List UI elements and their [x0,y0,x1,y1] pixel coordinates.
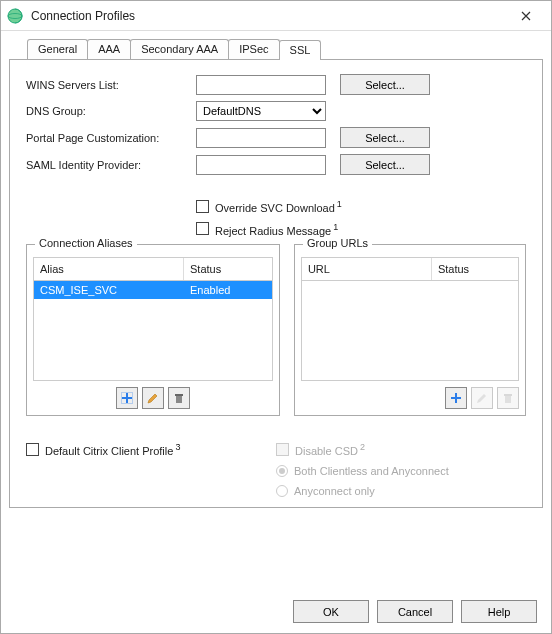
aliases-delete-button[interactable] [168,387,190,409]
plus-icon [450,392,462,404]
tab-ipsec[interactable]: IPSec [228,39,279,59]
close-icon [521,11,531,21]
aliases-col-alias[interactable]: Alias [34,258,184,280]
svg-rect-10 [504,394,512,396]
override-svc-label: Override SVC Download1 [215,199,342,214]
disable-csd-label: Disable CSD2 [295,442,365,457]
aliases-col-status[interactable]: Status [184,258,272,280]
tab-bar: General AAA Secondary AAA IPSec SSL [27,39,543,59]
urls-toolbar [301,387,519,409]
aliases-toolbar [33,387,273,409]
svg-rect-5 [176,396,182,403]
svg-rect-8 [451,397,461,399]
pencil-icon [476,392,488,404]
aliases-table-body[interactable]: CSM_ISE_SVC Enabled [33,281,273,381]
urls-delete-button[interactable] [497,387,519,409]
radio-anyconnect [276,485,288,497]
ssl-tab-content: WINS Servers List: Select... DNS Group: … [9,59,543,508]
table-row[interactable]: CSM_ISE_SVC Enabled [34,281,272,299]
svg-rect-9 [505,396,511,403]
window-title: Connection Profiles [31,9,509,23]
plus-icon [121,392,133,404]
urls-col-url[interactable]: URL [302,258,432,280]
group-urls-panel: Group URLs URL Status [294,244,526,416]
urls-add-button[interactable] [445,387,467,409]
svg-rect-6 [175,394,183,396]
reject-radius-label: Reject Radius Message1 [215,222,338,237]
svg-rect-3 [122,397,132,399]
cancel-button[interactable]: Cancel [377,600,453,623]
pencil-icon [147,392,159,404]
citrix-label: Default Citrix Client Profile3 [45,442,180,457]
radio-both [276,465,288,477]
wins-input[interactable] [196,75,326,95]
trash-icon [173,392,185,404]
titlebar: Connection Profiles [1,1,551,31]
ok-button[interactable]: OK [293,600,369,623]
saml-label: SAML Identity Provider: [26,159,196,171]
urls-table-body[interactable] [301,281,519,381]
help-button[interactable]: Help [461,600,537,623]
urls-table-header: URL Status [301,257,519,281]
dns-select[interactable]: DefaultDNS [196,101,326,121]
aliases-table-header: Alias Status [33,257,273,281]
connection-aliases-title: Connection Aliases [35,237,137,249]
trash-icon [502,392,514,404]
tab-ssl[interactable]: SSL [279,40,322,60]
saml-select-button[interactable]: Select... [340,154,430,175]
connection-aliases-panel: Connection Aliases Alias Status CSM_ISE_… [26,244,280,416]
connection-profiles-dialog: Connection Profiles General AAA Secondar… [0,0,552,634]
aliases-edit-button[interactable] [142,387,164,409]
portal-select-button[interactable]: Select... [340,127,430,148]
aliases-add-button[interactable] [116,387,138,409]
dns-label: DNS Group: [26,105,196,117]
radio-anyconnect-label: Anyconnect only [294,485,375,497]
wins-select-button[interactable]: Select... [340,74,430,95]
override-svc-checkbox[interactable] [196,200,209,213]
close-button[interactable] [509,4,543,28]
tab-general[interactable]: General [27,39,88,59]
portal-input[interactable] [196,128,326,148]
disable-csd-checkbox [276,443,289,456]
citrix-checkbox[interactable] [26,443,39,456]
radio-both-label: Both Clientless and Anyconnect [294,465,449,477]
portal-label: Portal Page Customization: [26,132,196,144]
urls-col-status[interactable]: Status [432,258,518,280]
saml-input[interactable] [196,155,326,175]
tab-aaa[interactable]: AAA [87,39,131,59]
wins-label: WINS Servers List: [26,79,196,91]
tab-secondary-aaa[interactable]: Secondary AAA [130,39,229,59]
reject-radius-checkbox[interactable] [196,222,209,235]
group-urls-title: Group URLs [303,237,372,249]
dialog-button-bar: OK Cancel Help [293,600,537,623]
app-icon [7,8,23,24]
urls-edit-button[interactable] [471,387,493,409]
